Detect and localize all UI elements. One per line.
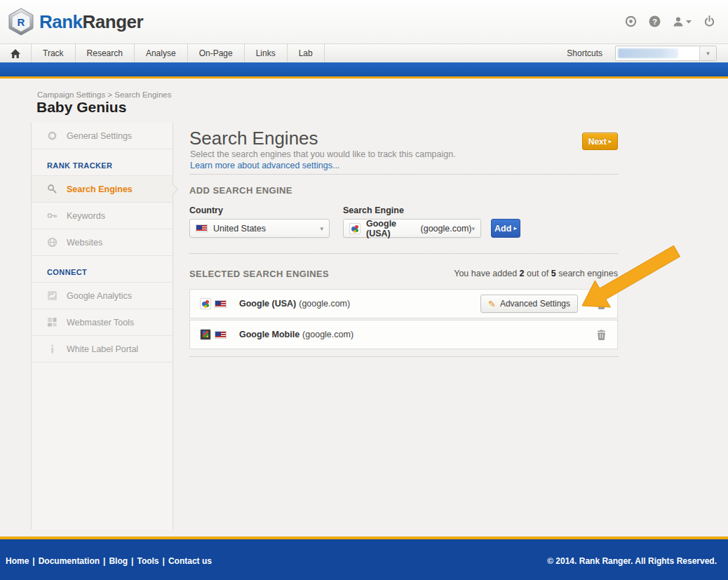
- add-button-label: Add: [494, 224, 511, 234]
- magnifier-icon: [47, 184, 58, 194]
- sidebar-item-keywords[interactable]: Keywords: [32, 203, 173, 229]
- brand-name-rank: Rank: [39, 11, 83, 32]
- dotted-divider: [189, 253, 618, 254]
- brand-name-ranger: Ranger: [83, 11, 144, 32]
- svg-text:R: R: [18, 16, 25, 28]
- rank-ranger-app: R RankRanger ? Track: [0, 0, 728, 580]
- nav-tab-analyse[interactable]: Analyse: [135, 44, 188, 62]
- nav-home-tab[interactable]: [0, 44, 32, 62]
- nav-tab-label: Track: [43, 48, 64, 58]
- footer-separator: |: [103, 556, 105, 566]
- key-icon: [47, 210, 58, 221]
- footer-link-contact[interactable]: Contact us: [168, 556, 212, 566]
- nav-tab-links[interactable]: Links: [245, 44, 288, 62]
- chevron-down-icon: ▾: [320, 225, 323, 232]
- shortcuts-label: Shortcuts: [567, 48, 602, 58]
- search-engine-select[interactable]: Google (USA) (google.com) ▾: [343, 219, 481, 238]
- footer-link-tools[interactable]: Tools: [137, 556, 159, 566]
- active-item-notch: [168, 184, 178, 194]
- us-flag-icon: [196, 224, 208, 232]
- nav-tab-label: Analyse: [146, 48, 176, 58]
- nav-tab-track[interactable]: Track: [32, 44, 76, 62]
- page-footer: Home|Documentation|Blog|Tools|Contact us…: [0, 539, 728, 580]
- engine-name: Google (USA): [239, 299, 296, 309]
- campaign-title: Baby Genius: [36, 99, 126, 116]
- sidebar-section-connect: CONNECT: [32, 256, 173, 283]
- refresh-icon[interactable]: [625, 15, 637, 27]
- selected-engine-row: Google Mobile (google.com): [189, 320, 618, 349]
- learn-more-link[interactable]: Learn more about advanced settings...: [190, 161, 339, 170]
- search-engine-label: Search Engine: [343, 205, 404, 215]
- svg-text:?: ?: [652, 18, 657, 26]
- nav-tab-on-page[interactable]: On-Page: [188, 44, 245, 62]
- sidebar-item-label: White Label Portal: [67, 344, 138, 354]
- add-engine-heading: ADD SEARCH ENGINE: [189, 185, 292, 196]
- engine-domain: (google.com): [302, 330, 353, 339]
- chevron-down-icon[interactable]: ▾: [699, 46, 716, 60]
- logo-hexagon-icon: R: [7, 8, 35, 36]
- country-select[interactable]: United States ▾: [189, 219, 330, 238]
- header-icon-group: ?: [625, 15, 715, 27]
- info-icon: [47, 344, 58, 354]
- brand-logo[interactable]: R RankRanger: [7, 8, 143, 36]
- selected-engines-heading: SELECTED SEARCH ENGINES: [189, 269, 329, 279]
- section-subtitle: Select the search engines that you would…: [190, 149, 456, 159]
- help-icon[interactable]: ?: [649, 15, 661, 27]
- nav-tab-label: Lab: [299, 48, 313, 58]
- engine-selected-domain: (google.com): [421, 224, 472, 234]
- country-selected-value: United States: [213, 224, 266, 234]
- shortcuts-dropdown[interactable]: ▾: [615, 46, 717, 61]
- footer-separator: |: [131, 556, 133, 566]
- sidebar-item-webmaster-tools[interactable]: Webmaster Tools: [32, 309, 173, 336]
- engine-domain: (google.com): [299, 299, 350, 309]
- delete-engine-icon[interactable]: [597, 299, 606, 312]
- sidebar-item-label: General Settings: [67, 131, 132, 141]
- selected-engine-row: Google (USA) (google.com) ✎ Advanced Set…: [189, 289, 618, 318]
- sidebar-item-label: Webmaster Tools: [67, 318, 134, 328]
- nav-right-group: Shortcuts ▾: [567, 44, 728, 62]
- nav-tab-label: Links: [256, 48, 276, 58]
- nav-tab-research[interactable]: Research: [76, 44, 135, 62]
- sidebar-item-label: Search Engines: [67, 184, 133, 194]
- pencil-icon: ✎: [488, 299, 496, 309]
- top-header: R RankRanger ?: [0, 0, 728, 43]
- google-mobile-icon: [200, 329, 211, 340]
- engine-name: Google Mobile: [239, 330, 299, 339]
- add-button[interactable]: Add ▸: [491, 219, 520, 238]
- sidebar-item-search-engines[interactable]: Search Engines: [32, 176, 173, 203]
- google-icon: [349, 223, 360, 234]
- grid-icon: [47, 317, 58, 328]
- advanced-settings-label: Advanced Settings: [500, 299, 570, 309]
- sidebar-item-google-analytics[interactable]: Google Analytics: [32, 283, 173, 309]
- logout-power-icon[interactable]: [703, 15, 715, 27]
- footer-separator: |: [32, 556, 34, 566]
- footer-link-blog[interactable]: Blog: [109, 556, 128, 566]
- sidebar-item-websites[interactable]: Websites: [32, 229, 173, 256]
- right-arrow-icon: ▸: [513, 225, 517, 231]
- delete-engine-icon[interactable]: [597, 330, 606, 343]
- footer-separator: |: [163, 556, 165, 566]
- section-title: Search Engines: [189, 128, 318, 149]
- sidebar-item-white-label-portal[interactable]: White Label Portal: [32, 336, 173, 363]
- next-button[interactable]: Next ▸: [582, 133, 618, 150]
- nav-tab-lab[interactable]: Lab: [288, 44, 325, 62]
- right-arrow-icon: ▸: [609, 138, 612, 144]
- google-icon: [200, 298, 211, 309]
- footer-link-home[interactable]: Home: [6, 556, 29, 566]
- country-label: Country: [189, 205, 223, 215]
- footer-link-documentation[interactable]: Documentation: [39, 556, 100, 566]
- footer-link-group: Home|Documentation|Blog|Tools|Contact us: [6, 556, 212, 566]
- nav-tab-label: On-Page: [199, 48, 233, 58]
- analytics-chart-icon: [47, 290, 58, 301]
- copyright-text: © 2014. Rank Ranger. All Rights Reserved…: [547, 556, 717, 566]
- user-menu-icon[interactable]: [673, 16, 692, 27]
- sidebar-item-label: Websites: [67, 238, 102, 248]
- engines-count-text: You have added 2 out of 5 search engines: [330, 269, 618, 278]
- shortcuts-selected-value: [618, 48, 678, 58]
- dotted-divider: [189, 174, 618, 175]
- accent-band: [0, 62, 728, 79]
- us-flag-icon: [215, 300, 227, 308]
- dotted-divider: [189, 356, 618, 357]
- sidebar-item-general-settings[interactable]: General Settings: [32, 123, 173, 149]
- advanced-settings-button[interactable]: ✎ Advanced Settings: [480, 295, 578, 313]
